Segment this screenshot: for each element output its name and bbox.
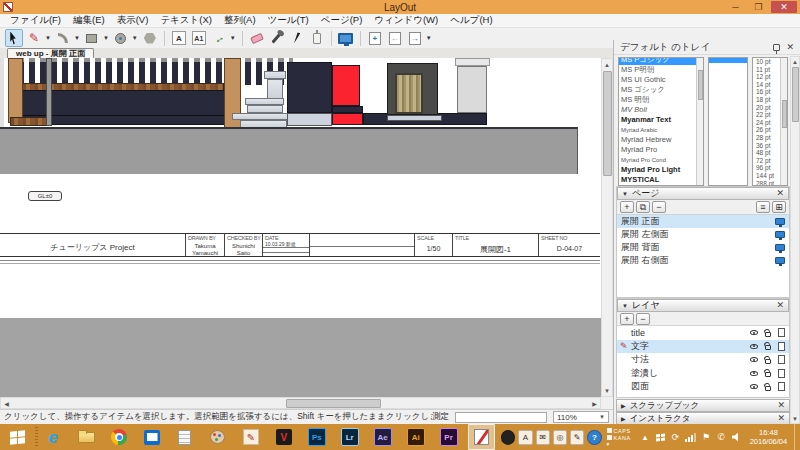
font-list-scrollbar[interactable] [696, 58, 703, 185]
thumbnail-view-icon[interactable]: ⊞ [772, 201, 786, 213]
visibility-icon[interactable] [750, 384, 758, 389]
taskbar-premiere[interactable]: Pr [435, 424, 462, 450]
menu-edit[interactable]: 編集(E) [67, 14, 111, 27]
vertical-scrollbar[interactable]: ▲ ▼ [601, 58, 613, 397]
circle-tool-button[interactable] [112, 29, 130, 47]
previous-page-button[interactable]: ← [386, 29, 404, 47]
delete-page-button[interactable]: − [652, 201, 666, 213]
maximize-button[interactable]: ❐ [748, 1, 769, 13]
close-button[interactable]: ✕ [771, 1, 797, 13]
font-item[interactable]: MS Pゴシック [619, 57, 703, 65]
polygon-tool-button[interactable] [141, 29, 159, 47]
sync-icon[interactable]: ⟳ [669, 430, 681, 445]
layers-panel-close-icon[interactable]: ✕ [776, 301, 784, 310]
taskbar-paint[interactable] [204, 424, 231, 450]
taskbar-vray[interactable]: V [270, 424, 297, 450]
next-page-button[interactable]: → [406, 29, 424, 47]
vertical-scroll-thumb[interactable] [603, 71, 612, 176]
eraser-tool-button[interactable] [248, 29, 266, 47]
menu-pages[interactable]: ページ(P) [315, 14, 369, 27]
wood-door[interactable] [395, 73, 423, 114]
windows-tray-icon[interactable] [654, 430, 666, 445]
wood-box[interactable] [10, 117, 50, 126]
rectangle-tool-button[interactable] [83, 29, 101, 47]
ime-icon[interactable] [501, 430, 515, 445]
font-size-list[interactable]: 10 pt 11 pt 12 pt 14 pt 16 pt 18 pt 20 p… [752, 57, 788, 186]
show-desktop-button[interactable] [794, 424, 797, 450]
page-row[interactable]: 展開 背面 [617, 241, 789, 254]
scroll-left-arrow[interactable]: ◀ [1, 398, 12, 408]
rectangle-tool-dropdown[interactable]: ▼ [103, 35, 109, 41]
ground-band[interactable] [0, 127, 578, 174]
font-style-list[interactable] [708, 57, 748, 186]
font-item[interactable]: MS UI Gothic [619, 75, 703, 85]
layer-row-active[interactable]: ✎ 文字 [617, 340, 789, 354]
select-tool-button[interactable] [5, 29, 23, 47]
light-column[interactable] [457, 66, 487, 113]
font-item[interactable]: Myriad Pro Cond [619, 155, 703, 165]
scroll-right-arrow[interactable]: ▶ [589, 398, 600, 408]
gl-label[interactable]: GL±0 [28, 191, 62, 201]
page-row[interactable]: 展開 正面 [617, 215, 789, 228]
menu-arrange[interactable]: 整列(A) [218, 14, 262, 27]
menu-text[interactable]: テキスト(X) [154, 14, 218, 27]
lock-icon[interactable] [765, 359, 771, 364]
show-on-presentation-icon[interactable] [775, 218, 785, 225]
font-item[interactable]: Myriad Pro [619, 145, 703, 155]
taskbar-sketchup[interactable]: ✎ [237, 424, 264, 450]
network-icon[interactable] [685, 430, 697, 445]
layers-panel-header[interactable]: ▼ レイヤ ✕ [617, 299, 789, 312]
visibility-icon[interactable] [750, 344, 758, 349]
menu-tools[interactable]: ツール(T) [262, 14, 315, 27]
share-layer-icon[interactable] [778, 342, 785, 351]
lock-icon[interactable] [765, 386, 771, 391]
duplicate-page-button[interactable]: ⧉ [636, 201, 650, 213]
visibility-icon[interactable] [750, 330, 758, 335]
font-item[interactable]: Myriad Hebrew [619, 135, 703, 145]
text-tool-button[interactable]: A [170, 29, 188, 47]
show-on-presentation-icon[interactable] [775, 231, 785, 238]
taskbar-clock[interactable]: 16:48 2016/06/04 [750, 428, 788, 446]
scrapbook-close-icon[interactable]: ✕ [777, 401, 785, 410]
font-item[interactable]: MS ゴシック [619, 85, 703, 95]
dimension-tool-dropdown[interactable]: ▼ [230, 35, 236, 41]
flag-icon[interactable]: ⚑ [700, 430, 712, 445]
visibility-icon[interactable] [750, 371, 758, 376]
show-on-presentation-icon[interactable] [775, 244, 785, 251]
title-block[interactable]: チューリップス Project DRAWN BY Takuma Yamauchi… [0, 233, 600, 257]
page-row[interactable]: 展開 右側面 [617, 254, 789, 267]
menu-help[interactable]: ヘルプ(H) [444, 14, 498, 27]
ime-mode-a-icon[interactable]: A [518, 430, 532, 445]
gray-pole[interactable] [46, 58, 52, 126]
tray-scrollbar[interactable]: ▲ ▼ [790, 56, 800, 424]
scroll-down-arrow[interactable]: ▼ [602, 385, 612, 396]
font-family-list[interactable]: MS Pゴシック MS P明朝 MS UI Gothic MS ゴシック MS … [618, 57, 704, 186]
base-step-center[interactable] [287, 113, 332, 126]
split-tool-button[interactable] [288, 29, 306, 47]
taskbar-photoshop[interactable]: Ps [303, 424, 330, 450]
red-base[interactable] [332, 113, 363, 125]
tray-scroll-up-arrow[interactable]: ▲ [791, 57, 799, 66]
pages-panel-header[interactable]: ▼ ページ ✕ [617, 187, 789, 200]
document-tab[interactable]: web up - 展開 正面 [7, 48, 94, 58]
taskbar-layout-active[interactable] [468, 424, 495, 450]
taskbar-mail[interactable] [139, 424, 166, 450]
menu-window[interactable]: ウィンドウ(W) [368, 14, 444, 27]
font-item[interactable]: Myriad Arabic [619, 125, 703, 135]
font-style-selected[interactable] [709, 58, 747, 63]
drawing-canvas[interactable]: GL±0 チューリップス Project DRAWN BY Takuma Yam… [0, 58, 601, 397]
share-layer-icon[interactable] [778, 382, 785, 391]
search-tray-icon[interactable]: ◎ [553, 430, 567, 445]
show-hidden-icons[interactable]: ▴ [639, 430, 651, 445]
line-tool-button[interactable]: ✎ [25, 29, 43, 47]
volume-icon[interactable] [730, 430, 742, 445]
door-sill[interactable] [387, 115, 442, 121]
layer-row[interactable]: title [617, 326, 789, 340]
page-row[interactable]: 展開 左側面 [617, 228, 789, 241]
scrapbook-panel-header[interactable]: ▶ スクラップブック ✕ [616, 399, 790, 412]
navy-wall-center[interactable] [287, 62, 332, 113]
mail-tray-icon[interactable]: ✉ [536, 430, 550, 445]
layer-row[interactable]: 寸法 [617, 353, 789, 367]
pages-panel-close-icon[interactable]: ✕ [776, 189, 784, 198]
line-tool-dropdown[interactable]: ▼ [45, 35, 51, 41]
